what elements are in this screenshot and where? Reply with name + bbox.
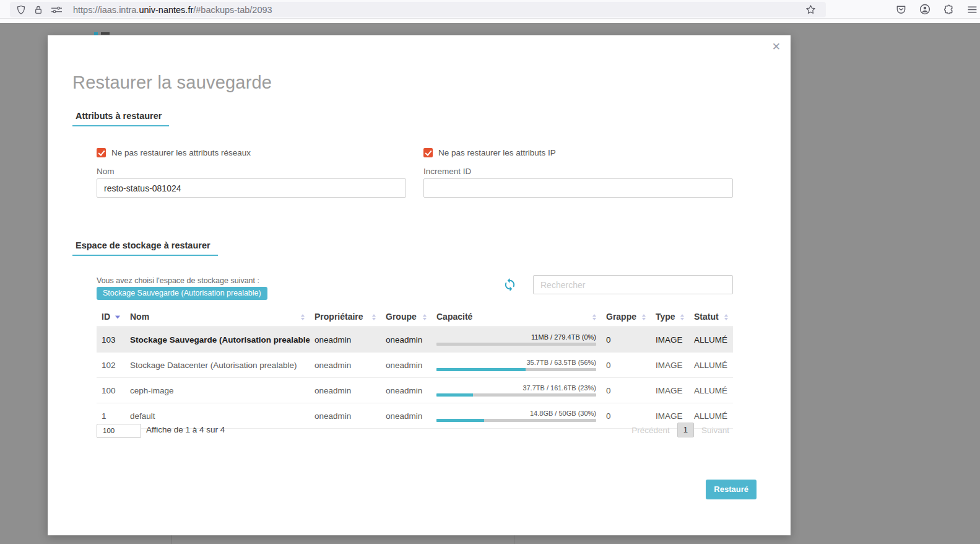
cell-type: IMAGE bbox=[651, 327, 689, 353]
cell-owner: oneadmin bbox=[310, 353, 381, 378]
sort-icon bbox=[423, 314, 427, 320]
datastore-table: IDNomPropriétaireGroupeCapacitéGrappeTyp… bbox=[97, 307, 733, 429]
increment-id-input[interactable] bbox=[423, 178, 733, 198]
shield-icon[interactable] bbox=[16, 5, 26, 15]
increment-id-field-label: Increment ID bbox=[423, 167, 471, 176]
restore-submit-button[interactable]: Restauré bbox=[706, 480, 757, 499]
column-header-label: Propriétaire bbox=[314, 312, 363, 322]
checkbox-no-restore-network-attrs[interactable]: Ne pas restaurer les attributs réseaux bbox=[97, 148, 251, 157]
column-header-label: Grappe bbox=[606, 312, 636, 322]
checkbox-checked-icon bbox=[97, 148, 106, 157]
menu-hamburger-icon[interactable] bbox=[967, 4, 978, 15]
table-info-text: Affiche de 1 à 4 sur 4 bbox=[146, 425, 225, 434]
checkbox-checked-icon bbox=[423, 148, 433, 157]
cell-type: IMAGE bbox=[651, 378, 689, 403]
table-row[interactable]: 103Stockage Sauvegarde (Autorisation pre… bbox=[97, 327, 733, 353]
url-text: https://iaas.intra.univ-nantes.fr/#backu… bbox=[73, 5, 805, 15]
current-page-button[interactable]: 1 bbox=[677, 423, 694, 437]
column-header-groupe[interactable]: Groupe bbox=[381, 307, 431, 327]
lock-icon[interactable] bbox=[34, 5, 43, 15]
cell-cluster: 0 bbox=[601, 353, 651, 378]
cell-cluster: 0 bbox=[601, 378, 651, 403]
pagination: Précédent 1 Suivant bbox=[631, 423, 729, 437]
cell-status: ALLUMÉ bbox=[689, 378, 733, 403]
sort-icon bbox=[301, 314, 305, 320]
cell-name: Stockage Sauvegarde (Autorisation preala… bbox=[125, 327, 310, 353]
datastore-table-body: 103Stockage Sauvegarde (Autorisation pre… bbox=[97, 327, 733, 429]
column-header-capacite[interactable]: Capacité bbox=[431, 307, 601, 327]
refresh-icon[interactable] bbox=[503, 278, 517, 292]
cell-status: ALLUMÉ bbox=[689, 327, 733, 353]
capacity-text: 14.8GB / 50GB (30%) bbox=[436, 410, 596, 417]
sort-icon bbox=[680, 314, 684, 320]
column-header-proprietaire[interactable]: Propriétaire bbox=[310, 307, 381, 327]
pocket-icon[interactable] bbox=[896, 4, 906, 15]
page-size-value: 100 bbox=[103, 427, 115, 434]
column-header-statut[interactable]: Statut bbox=[689, 307, 733, 327]
column-header-nom[interactable]: Nom bbox=[125, 307, 310, 327]
next-page-button[interactable]: Suivant bbox=[701, 426, 729, 435]
table-row[interactable]: 100ceph-imageoneadminoneadmin37.7TB / 16… bbox=[97, 378, 733, 403]
sort-icon bbox=[592, 314, 596, 320]
cell-group: oneadmin bbox=[381, 378, 431, 403]
url-bar[interactable]: https://iaas.intra.univ-nantes.fr/#backu… bbox=[10, 2, 826, 17]
bookmark-star-icon[interactable] bbox=[805, 4, 816, 15]
column-header-type[interactable]: Type bbox=[651, 307, 689, 327]
selected-datastore-badge: Stockage Sauvegarde (Autorisation preala… bbox=[97, 287, 267, 300]
close-icon[interactable]: ✕ bbox=[772, 42, 781, 52]
cell-owner: oneadmin bbox=[310, 327, 381, 353]
sort-icon bbox=[372, 314, 376, 320]
sort-icon bbox=[724, 314, 728, 320]
chosen-datastore-text: Vous avez choisi l'espace de stockage su… bbox=[97, 276, 259, 285]
previous-page-button[interactable]: Précédent bbox=[631, 426, 670, 435]
cell-id: 102 bbox=[97, 353, 125, 378]
table-row[interactable]: 102Stockage Datacenter (Autorisation pre… bbox=[97, 353, 733, 378]
checkbox-no-restore-ip-attrs[interactable]: Ne pas restaurer les attributs IP bbox=[423, 148, 556, 157]
capacity-text: 11MB / 279.4TB (0%) bbox=[436, 333, 596, 341]
column-header-label: ID bbox=[102, 312, 110, 322]
cell-capacity: 11MB / 279.4TB (0%) bbox=[431, 327, 601, 353]
table-footer: 100 Affiche de 1 à 4 sur 4 Précédent 1 S… bbox=[97, 423, 733, 441]
cell-id: 103 bbox=[97, 327, 125, 353]
column-header-label: Nom bbox=[130, 312, 149, 322]
background-page-fragment bbox=[101, 32, 110, 35]
column-header-grappe[interactable]: Grappe bbox=[601, 307, 651, 327]
column-header-label: Capacité bbox=[436, 312, 472, 322]
capacity-bar bbox=[436, 343, 596, 346]
checkbox-label: Ne pas restaurer les attributs IP bbox=[438, 148, 556, 157]
capacity-bar bbox=[436, 393, 596, 397]
cell-name: ceph-image bbox=[125, 378, 310, 403]
column-header-label: Groupe bbox=[386, 312, 417, 322]
sort-icon bbox=[115, 315, 120, 318]
sort-icon bbox=[642, 314, 646, 320]
page-size-select[interactable]: 100 bbox=[97, 424, 141, 438]
permissions-icon[interactable] bbox=[51, 5, 63, 15]
column-header-label: Statut bbox=[694, 312, 719, 322]
search-input[interactable] bbox=[533, 275, 733, 294]
background-page-divider bbox=[514, 535, 514, 544]
datastore-table-head-row: IDNomPropriétaireGroupeCapacitéGrappeTyp… bbox=[97, 307, 733, 327]
name-field-label: Nom bbox=[97, 167, 115, 176]
cell-status: ALLUMÉ bbox=[689, 353, 733, 378]
column-header-id[interactable]: ID bbox=[97, 307, 125, 327]
dialog-title: Restaurer la sauvegarde bbox=[72, 72, 272, 93]
cell-capacity: 37.7TB / 161.6TB (23%) bbox=[431, 378, 601, 403]
cell-type: IMAGE bbox=[651, 353, 689, 378]
tab-attributes-to-restore[interactable]: Attributs à restaurer bbox=[72, 111, 169, 126]
cell-cluster: 0 bbox=[601, 327, 651, 353]
tab-datastore-to-restore[interactable]: Espace de stockage à restaurer bbox=[72, 240, 218, 256]
background-page-divider bbox=[171, 535, 172, 544]
capacity-bar bbox=[436, 419, 596, 422]
cell-name: Stockage Datacenter (Autorisation preala… bbox=[125, 353, 310, 378]
account-icon[interactable] bbox=[919, 4, 930, 15]
name-input[interactable] bbox=[97, 178, 406, 198]
cell-group: oneadmin bbox=[381, 353, 431, 378]
cell-owner: oneadmin bbox=[310, 378, 381, 403]
checkbox-label: Ne pas restaurer les attributs réseaux bbox=[111, 148, 251, 157]
capacity-text: 35.7TB / 63.5TB (56%) bbox=[436, 359, 596, 366]
browser-toolbar: https://iaas.intra.univ-nantes.fr/#backu… bbox=[0, 0, 980, 19]
capacity-bar bbox=[436, 368, 596, 371]
capacity-text: 37.7TB / 161.6TB (23%) bbox=[436, 384, 596, 392]
restore-backup-dialog: ✕ Restaurer la sauvegarde Attributs à re… bbox=[48, 35, 791, 535]
extensions-puzzle-icon[interactable] bbox=[943, 4, 954, 15]
